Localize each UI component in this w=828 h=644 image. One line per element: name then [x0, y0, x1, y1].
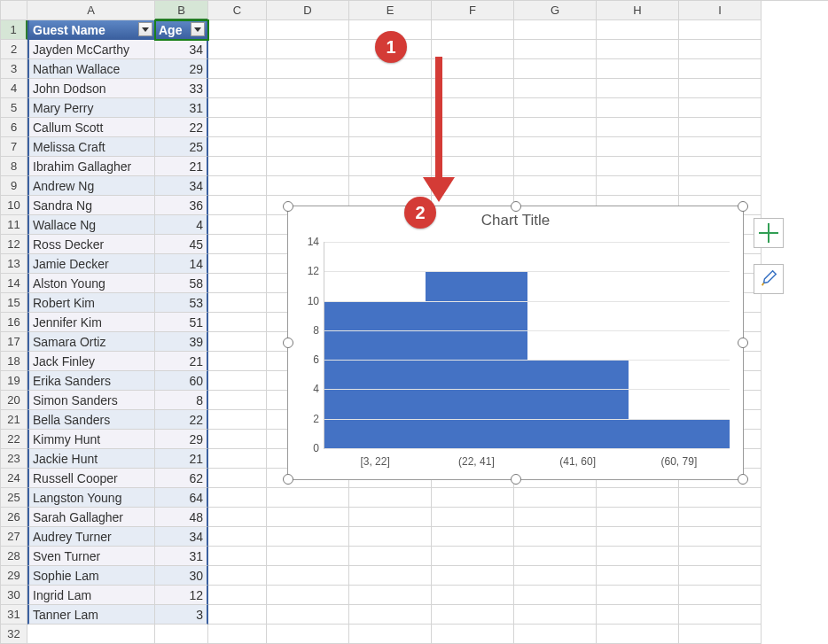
cell[interactable]: [27, 625, 155, 644]
cell[interactable]: [597, 20, 679, 40]
resize-handle[interactable]: [283, 201, 293, 212]
cell[interactable]: [208, 488, 267, 508]
cell[interactable]: [267, 157, 349, 176]
cell[interactable]: [267, 625, 349, 644]
row-header-5[interactable]: 5: [1, 98, 27, 118]
cell[interactable]: [432, 59, 514, 79]
row-header-24[interactable]: 24: [1, 469, 27, 488]
resize-handle[interactable]: [738, 338, 748, 348]
row-header-3[interactable]: 3: [1, 59, 27, 79]
cell-name[interactable]: Langston Young: [27, 488, 155, 508]
filter-button-name[interactable]: [138, 22, 152, 36]
row-header-8[interactable]: 8: [1, 157, 27, 176]
chart-elements-button[interactable]: [754, 218, 784, 248]
cell-age[interactable]: 3: [155, 605, 208, 625]
row-header-29[interactable]: 29: [1, 566, 27, 586]
col-header-F[interactable]: F: [432, 1, 514, 20]
cell[interactable]: [208, 137, 267, 157]
cell[interactable]: [349, 605, 432, 625]
cell-age[interactable]: 45: [155, 235, 208, 254]
cell[interactable]: [514, 79, 597, 98]
cell[interactable]: [208, 196, 267, 215]
cell[interactable]: [514, 137, 597, 157]
cell[interactable]: [267, 40, 349, 59]
chart-title[interactable]: Chart Title: [288, 212, 743, 229]
row-header-20[interactable]: 20: [1, 391, 27, 410]
bar[interactable]: [629, 419, 730, 448]
cell-name[interactable]: Sandra Ng: [27, 196, 155, 215]
cell-age[interactable]: 29: [155, 59, 208, 79]
cell[interactable]: [514, 157, 597, 176]
cell[interactable]: [597, 79, 679, 98]
cell[interactable]: [267, 20, 349, 40]
cell-age[interactable]: 33: [155, 79, 208, 98]
cell[interactable]: [432, 98, 514, 118]
row-header-22[interactable]: 22: [1, 430, 27, 449]
cell[interactable]: [597, 586, 679, 605]
cell[interactable]: [208, 157, 267, 176]
cell[interactable]: [514, 527, 597, 547]
cell[interactable]: [679, 40, 762, 59]
row-header-13[interactable]: 13: [1, 254, 27, 274]
cell[interactable]: [514, 118, 597, 137]
cell-name[interactable]: Erika Sanders: [27, 371, 155, 391]
cell[interactable]: [208, 254, 267, 274]
cell[interactable]: [679, 508, 762, 527]
cell[interactable]: [514, 586, 597, 605]
cell-name[interactable]: Ibrahim Gallagher: [27, 157, 155, 176]
cell-age[interactable]: 48: [155, 508, 208, 527]
cell[interactable]: [432, 40, 514, 59]
row-header-11[interactable]: 11: [1, 215, 27, 235]
cell-name[interactable]: Audrey Turner: [27, 527, 155, 547]
cell[interactable]: [208, 118, 267, 137]
row-header-14[interactable]: 14: [1, 274, 27, 293]
cell-age[interactable]: 14: [155, 254, 208, 274]
row-header-26[interactable]: 26: [1, 508, 27, 527]
cell[interactable]: [514, 566, 597, 586]
row-header-17[interactable]: 17: [1, 332, 27, 352]
cell-age[interactable]: 31: [155, 98, 208, 118]
cell[interactable]: [208, 352, 267, 371]
filter-button-age[interactable]: [191, 22, 205, 36]
cell[interactable]: [349, 547, 432, 566]
cell-name[interactable]: Simon Sanders: [27, 391, 155, 410]
cell[interactable]: [432, 605, 514, 625]
cell-age[interactable]: 22: [155, 410, 208, 430]
table-header-name[interactable]: Guest Name: [27, 20, 155, 40]
row-header-19[interactable]: 19: [1, 371, 27, 391]
cell[interactable]: [349, 79, 432, 98]
resize-handle[interactable]: [283, 338, 293, 348]
row-header-9[interactable]: 9: [1, 176, 27, 196]
cell[interactable]: [514, 508, 597, 527]
cell[interactable]: [267, 59, 349, 79]
row-header-16[interactable]: 16: [1, 313, 27, 332]
cell[interactable]: [597, 176, 679, 196]
cell[interactable]: [432, 79, 514, 98]
cell-name[interactable]: Jamie Decker: [27, 254, 155, 274]
resize-handle[interactable]: [738, 201, 748, 212]
cell[interactable]: [597, 605, 679, 625]
cell[interactable]: [597, 40, 679, 59]
cell[interactable]: [597, 508, 679, 527]
cell[interactable]: [514, 40, 597, 59]
cell-name[interactable]: Andrew Ng: [27, 176, 155, 196]
cell[interactable]: [679, 137, 762, 157]
cell[interactable]: [432, 137, 514, 157]
cell-name[interactable]: Sarah Gallagher: [27, 508, 155, 527]
cell[interactable]: [432, 488, 514, 508]
cell[interactable]: [267, 98, 349, 118]
cell[interactable]: [597, 157, 679, 176]
cell[interactable]: [514, 20, 597, 40]
cell[interactable]: [267, 137, 349, 157]
cell[interactable]: [267, 566, 349, 586]
cell-age[interactable]: 64: [155, 488, 208, 508]
cell[interactable]: [432, 118, 514, 137]
cell-name[interactable]: Ingrid Lam: [27, 586, 155, 605]
cell-age[interactable]: 60: [155, 371, 208, 391]
cell[interactable]: [679, 566, 762, 586]
cell[interactable]: [679, 118, 762, 137]
resize-handle[interactable]: [738, 474, 748, 485]
cell[interactable]: [155, 625, 208, 644]
bar[interactable]: [324, 301, 426, 448]
cell-name[interactable]: Jennifer Kim: [27, 313, 155, 332]
